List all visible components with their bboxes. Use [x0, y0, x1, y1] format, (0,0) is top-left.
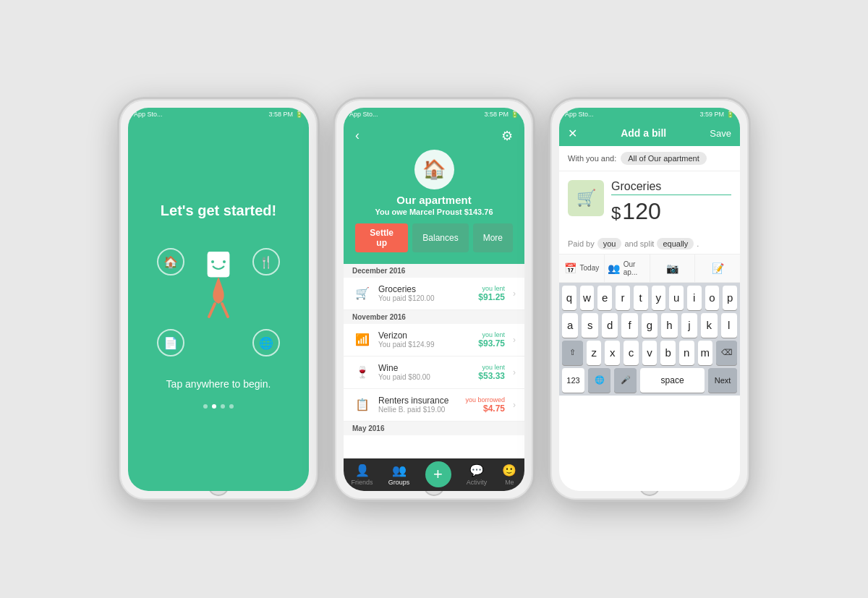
- tab-groups[interactable]: 👥 Groups: [388, 464, 410, 486]
- key-z[interactable]: z: [587, 341, 602, 365]
- expense-verizon[interactable]: 📶 Verizon You paid $124.99 you lent $93.…: [344, 324, 524, 356]
- volume-up-button-2[interactable]: [333, 171, 334, 193]
- balances-button[interactable]: Balances: [412, 223, 468, 252]
- group-content: ‹ ⚙ 🏠 Our apartment You owe Marcel Prous…: [344, 121, 524, 491]
- key-d[interactable]: d: [602, 313, 618, 338]
- phone-1: App Sto... 3:58 PM 🔋 Let's get started! …: [117, 97, 320, 502]
- notes-button[interactable]: 📝: [695, 255, 740, 282]
- svg-point-2: [223, 260, 226, 263]
- with-tag[interactable]: All of Our apartment: [621, 152, 706, 165]
- key-t[interactable]: t: [634, 286, 648, 310]
- owe-amount: $143.76: [464, 208, 493, 216]
- action-buttons: Settle up Balances More: [355, 223, 513, 252]
- chevron-renters: ›: [513, 400, 516, 410]
- page-dots: [203, 404, 234, 409]
- key-a[interactable]: a: [562, 313, 578, 338]
- key-u[interactable]: u: [669, 286, 684, 310]
- sleep-button[interactable]: [318, 193, 320, 222]
- keyboard-row-1: q w e r t y u i o p: [559, 283, 740, 310]
- key-r[interactable]: r: [616, 286, 630, 310]
- tab-add-button[interactable]: +: [425, 461, 451, 487]
- key-p[interactable]: p: [723, 286, 737, 310]
- volume-down-button-2[interactable]: [333, 200, 334, 222]
- tab-me[interactable]: 🙂 Me: [502, 464, 516, 486]
- tab-friends[interactable]: 👤 Friends: [352, 464, 373, 486]
- more-button[interactable]: More: [473, 223, 513, 252]
- key-o[interactable]: o: [705, 286, 720, 310]
- key-x[interactable]: x: [605, 341, 620, 365]
- key-n[interactable]: n: [679, 341, 694, 365]
- key-g[interactable]: g: [642, 313, 658, 338]
- sleep-button-2[interactable]: [534, 193, 535, 222]
- carrier-3: App Sto...: [565, 111, 594, 118]
- tab-activity[interactable]: 💬 Activity: [467, 464, 488, 486]
- dot-1: [203, 404, 208, 409]
- close-button[interactable]: ✕: [568, 127, 577, 140]
- phone-1-screen: App Sto... 3:58 PM 🔋 Let's get started! …: [128, 108, 309, 491]
- status-right-1: 3:58 PM 🔋: [268, 111, 303, 118]
- with-label: With you and:: [568, 154, 616, 163]
- group-header: ‹ ⚙ 🏠 Our apartment You owe Marcel Prous…: [344, 121, 524, 264]
- add-bill-title: Add a bill: [621, 127, 666, 139]
- key-e[interactable]: e: [597, 286, 612, 310]
- split-method-tag[interactable]: equally: [657, 238, 694, 249]
- svg-rect-0: [208, 252, 229, 277]
- key-b[interactable]: b: [660, 341, 676, 365]
- amount-label-verizon: you lent: [478, 331, 505, 338]
- welcome-screen[interactable]: Let's get started! 🏠 🍴: [128, 121, 309, 491]
- expense-details-groceries: Groceries You paid $120.00: [378, 284, 472, 302]
- key-w[interactable]: w: [580, 286, 595, 310]
- payer-tag[interactable]: you: [597, 238, 622, 249]
- key-v[interactable]: v: [642, 341, 658, 365]
- mic-key[interactable]: 🎤: [614, 368, 637, 393]
- key-i[interactable]: i: [687, 286, 702, 310]
- paid-by-label: Paid by: [568, 239, 595, 248]
- expense-amount-verizon: you lent $93.75: [478, 331, 505, 349]
- key-y[interactable]: y: [652, 286, 666, 310]
- backspace-key[interactable]: ⌫: [716, 341, 737, 365]
- back-icon[interactable]: ‹: [355, 128, 359, 143]
- bill-amount-display: $ 120: [611, 198, 731, 225]
- key-m[interactable]: m: [698, 341, 713, 365]
- key-l[interactable]: l: [721, 313, 737, 338]
- numbers-key[interactable]: 123: [562, 368, 584, 393]
- time-2: 3:58 PM: [484, 111, 509, 118]
- volume-up-button[interactable]: [117, 171, 119, 193]
- bill-content: ✕ Add a bill Save With you and: All of O…: [559, 121, 740, 491]
- key-h[interactable]: h: [661, 313, 677, 338]
- sleep-button-3[interactable]: [749, 193, 751, 222]
- save-button[interactable]: Save: [710, 128, 731, 139]
- key-j[interactable]: j: [681, 313, 697, 338]
- key-f[interactable]: f: [621, 313, 637, 338]
- bill-name-field[interactable]: Groceries: [611, 180, 731, 195]
- welcome-title: Let's get started!: [161, 202, 276, 219]
- photo-button[interactable]: 📷: [650, 255, 696, 282]
- shift-key[interactable]: ⇧: [562, 341, 583, 365]
- quick-action-bar: 📅 Today 👥 Our ap... 📷 📝: [559, 254, 740, 283]
- group-button[interactable]: 👥 Our ap...: [605, 255, 650, 282]
- camera-icon: 📷: [666, 262, 678, 274]
- next-key[interactable]: Next: [708, 368, 737, 393]
- volume-up-button-3[interactable]: [548, 171, 550, 193]
- settings-icon[interactable]: ⚙: [501, 128, 513, 144]
- settle-up-button[interactable]: Settle up: [355, 223, 408, 252]
- key-k[interactable]: k: [701, 313, 717, 338]
- volume-down-button-3[interactable]: [548, 200, 550, 222]
- group-icon: 👥: [608, 262, 620, 274]
- bill-category-icon[interactable]: 🛒: [568, 180, 604, 216]
- expense-groceries[interactable]: 🛒 Groceries You paid $120.00 you lent $9…: [344, 278, 524, 310]
- date-button[interactable]: 📅 Today: [559, 255, 605, 282]
- expense-renters[interactable]: 📋 Renters insurance Nellie B. paid $19.0…: [344, 389, 524, 422]
- phones-container: App Sto... 3:58 PM 🔋 Let's get started! …: [103, 82, 765, 516]
- key-s[interactable]: s: [582, 313, 597, 338]
- dot-4: [229, 404, 234, 409]
- globe-key[interactable]: 🌐: [588, 368, 610, 393]
- space-key[interactable]: space: [640, 368, 705, 393]
- key-c[interactable]: c: [624, 341, 639, 365]
- key-q[interactable]: q: [562, 286, 576, 310]
- carrier-2: App Sto...: [349, 111, 378, 118]
- bill-amount-value[interactable]: 120: [622, 198, 660, 225]
- volume-down-button[interactable]: [117, 200, 119, 222]
- expense-wine[interactable]: 🍷 Wine You paid $80.00 you lent $53.33 ›: [344, 356, 524, 389]
- bill-entry: 🛒 Groceries $ 120: [559, 171, 740, 234]
